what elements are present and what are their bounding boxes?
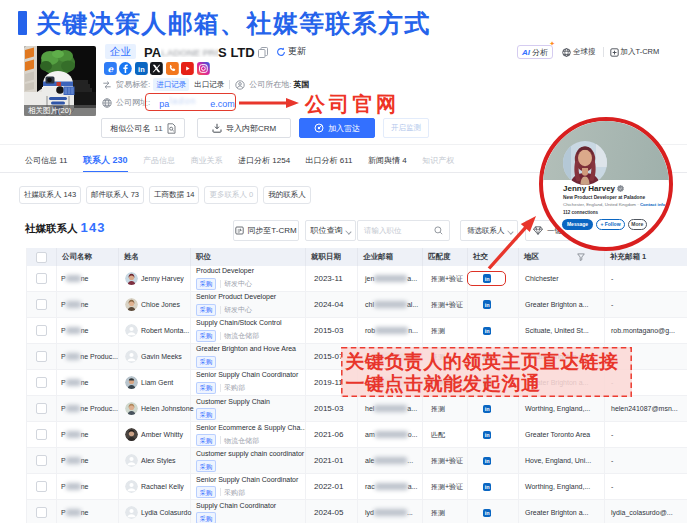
global-search-button[interactable]: 全球搜 [562,47,596,57]
row-checkbox[interactable] [36,507,47,518]
row-checkbox-cell [27,344,57,369]
linkedin-link-icon[interactable]: in [483,483,491,491]
table-row-7[interactable]: PneAmber WhittySenior Ecommerce & Supply… [27,422,687,448]
linkedin-icon[interactable]: in [135,63,148,76]
filter-funnel-icon[interactable] [577,253,585,261]
company-name: PALADONE PRODUCTS LTD [144,44,255,60]
linkedin-link-icon[interactable]: in [483,405,491,413]
join-tcrm-button[interactable]: 加入T-CRM [610,47,660,57]
row-checkbox[interactable] [36,299,47,310]
ai-analysis-button[interactable]: AI分析 ✦ [517,45,553,59]
avatar [125,324,138,337]
extra-email-cell: lydia_colasurdo@... [605,500,687,523]
follow-button[interactable]: + Follow [596,219,625,230]
date-cell: 2024-04 [306,292,358,317]
location-icon [235,80,245,90]
linkedin-link-icon[interactable]: in [483,457,491,465]
svg-text:in: in [138,65,145,74]
export-records-tag[interactable]: 出口记录 [194,80,224,90]
tab-3[interactable]: 产品信息 [143,148,175,173]
row-checkbox[interactable] [36,273,47,284]
tab-1[interactable]: 公司信息 11 [25,148,68,173]
row-checkbox[interactable] [36,429,47,440]
row-checkbox-cell [27,292,57,317]
chip-2[interactable]: 邮件联系人 73 [86,186,144,205]
date-cell: 2021-06 [306,422,358,447]
chip-1[interactable]: 社媒联系人 143 [19,186,81,205]
tab-6[interactable]: 出口分析 611 [306,148,353,173]
similar-company-button[interactable]: 相似公司名11 [101,118,185,138]
chip-3[interactable]: 工商数据 14 [149,186,199,205]
company-cell: Pne [57,448,119,473]
sync-tcrm-button[interactable]: 同步至T-CRM [233,220,299,241]
row-checkbox[interactable] [36,403,47,414]
email-cell: amo... [358,422,423,447]
social-icons-row: ein [104,63,210,76]
tab-5[interactable]: 进口分析 1254 [238,148,290,173]
linkedin-link-icon[interactable]: in [483,327,491,335]
tab-4[interactable]: 商业关系 [191,148,223,173]
monitor-button[interactable]: 开启监测 [383,118,429,138]
divider [229,80,230,89]
blurred-text [66,431,81,438]
import-crm-button[interactable]: 导入内部CRM [197,118,291,138]
row-checkbox[interactable] [36,325,47,336]
facebook-icon[interactable] [119,63,132,76]
join-radar-button[interactable]: 加入雷达 [299,118,375,138]
tab-2[interactable]: 联系人 230 [83,148,128,173]
instagram-icon[interactable] [197,63,210,76]
contact-info-link[interactable]: Contact info [640,202,666,207]
table-row-2[interactable]: PneChloe JonesSenior Product Developer采购… [27,292,687,318]
linkedin-link-icon[interactable]: in [483,431,491,439]
table-row-1[interactable]: PneJenny HarveyProduct Developer采购研发中心20… [27,266,687,292]
table-row-6[interactable]: Pne Produc...Helen JohnstoneCustomer Sup… [27,396,687,422]
company-cell: Pne [57,292,119,317]
region-cell: Worthing, England,... [519,396,605,421]
tab-7[interactable]: 新闻舆情 4 [368,148,407,173]
blurred-text [374,275,407,282]
trade-label: 贸易标签: [116,79,150,90]
table-row-9[interactable]: PneRachael KellySenior Supply Chain Coor… [27,474,687,500]
company-cell: Pne [57,500,119,523]
blurred-text [374,509,407,516]
page-title: 关键决策人邮箱、社媒等联系方式 [36,7,431,40]
message-button[interactable]: Message [562,219,593,230]
table-row-10[interactable]: PneLydia ColasurdoSupply Chain Coordinat… [27,500,687,523]
more-button[interactable]: More [628,219,647,230]
table-row-8[interactable]: PneAlex StylesCustomer supply chain coor… [27,448,687,474]
linkedin-link-icon[interactable]: in [483,300,491,308]
phone-icon[interactable] [166,63,179,76]
youtube-icon[interactable] [181,63,194,76]
x-icon[interactable] [150,63,163,76]
copy-icon[interactable] [258,47,268,58]
tag-buyer: 采购 [196,408,216,420]
avatar [125,272,138,285]
row-checkbox[interactable] [36,377,47,388]
blurred-text [66,483,81,490]
select-all-checkbox[interactable] [36,252,47,263]
chip-4[interactable]: 更多联系人 0 [204,186,258,205]
tab-8[interactable]: 知识产权 [422,148,454,173]
column-header-6: 匹配度 [423,248,468,266]
update-button[interactable]: 更新 [276,45,306,58]
location-value: 英国 [293,79,309,90]
social-cell: in [468,292,519,317]
row-checkbox[interactable] [36,351,47,362]
chip-5[interactable]: 我的联系人 [263,186,311,205]
job-title-input[interactable]: 请输入职位 [357,220,450,241]
import-records-tag[interactable]: 进口记录 [153,78,189,91]
email-cell: ale... [358,448,423,473]
name-cell: Robert Monta... [119,318,191,343]
row-checkbox-cell [27,448,57,473]
position-cell: Senior Ecommerce & Supply Cha...采购物流仓储部 [191,422,306,447]
website-icon[interactable]: e [104,63,117,76]
linkedin-link-icon[interactable]: in [483,509,491,517]
date-cell: 2015-03 [306,318,358,343]
email-cell: robn... [358,318,423,343]
row-checkbox[interactable] [36,481,47,492]
contact-filter-chips: 社媒联系人 143邮件联系人 73工商数据 14更多联系人 0我的联系人 [19,186,311,205]
row-checkbox[interactable] [36,455,47,466]
job-title-select[interactable]: 职位查询 [305,220,356,241]
blurred-text [375,431,408,438]
table-row-3[interactable]: PneRobert Monta...Supply Chain/Stock Con… [27,318,687,344]
